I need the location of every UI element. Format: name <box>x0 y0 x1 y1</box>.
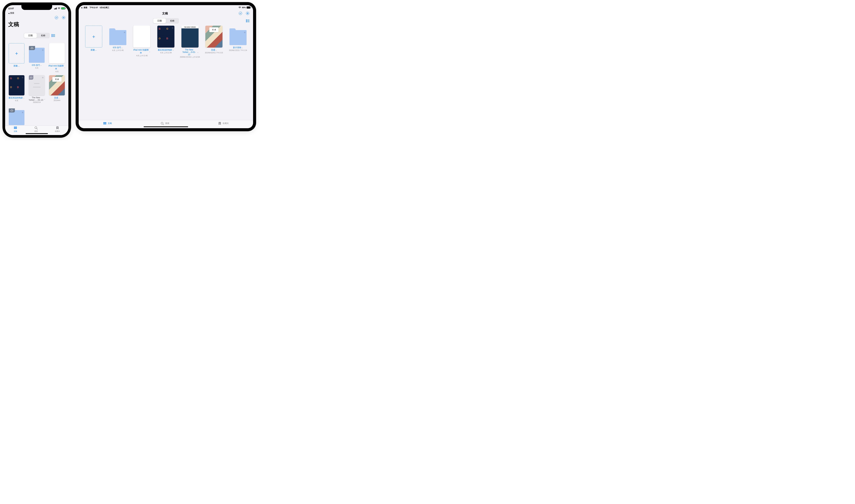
tab-documents[interactable]: 文稿 <box>14 126 17 132</box>
doc-good[interactable]: GOOD ★ 最近阅读的电影⌄ 今天 上午11:44 <box>155 26 177 58</box>
iphone-device: 12:07 搜索 文稿 日期 名称 <box>5 5 68 135</box>
cloud-icon <box>29 46 35 50</box>
doc-folder-clips[interactable]: ★ 影片剪辑⌄ 2019年2月2日 下午1:14 <box>227 26 249 58</box>
doc-notes[interactable]: iPad mini 拍摄脚本⌄ 今天 <box>48 43 66 73</box>
doc-good[interactable]: GOOD ★ 最近阅读的电影⌄ 今天 <box>7 75 26 103</box>
segment-date[interactable]: 日期 <box>153 18 166 23</box>
doc-thumb[interactable] <box>133 26 150 48</box>
plus-icon: ＋ <box>91 33 96 40</box>
new-doc-thumb[interactable]: ＋ <box>85 26 102 48</box>
svg-point-18 <box>246 20 247 20</box>
svg-point-6 <box>52 36 52 37</box>
doc-thumb[interactable]: 灵 感 <box>49 75 65 95</box>
doc-label: iPad mini 拍摄脚本⌄ <box>133 49 150 54</box>
cover-text: 灵 感 <box>209 28 218 32</box>
folder-thumb[interactable]: ★ <box>9 110 24 125</box>
tab-favorites[interactable]: 收藏夹 <box>55 126 60 132</box>
tab-favorites[interactable]: 收藏夹 <box>218 122 229 125</box>
doc-new[interactable]: ＋ 新建… <box>83 26 105 58</box>
doc-inspiration[interactable]: 灵 感 灵感⌄ 2019/4/4 <box>48 75 66 103</box>
doc-thumb[interactable]: THE NEW YORKER <box>181 26 198 48</box>
cover-text: GOOD <box>10 77 23 94</box>
doc-thumb[interactable] <box>49 43 65 64</box>
page-title: 文稿 <box>5 21 68 30</box>
doc-label: 影片剪辑⌄ <box>233 46 243 49</box>
chevron-down-icon: ⌄ <box>23 97 24 99</box>
doc-label: 新建… <box>14 65 20 67</box>
svg-rect-13 <box>16 128 17 129</box>
doc-folder-ios[interactable]: ★ iOS 技巧⌄ 今天 上午11:45 <box>107 26 129 58</box>
chevron-down-icon: ⌄ <box>149 51 150 53</box>
settings-button[interactable] <box>245 11 250 16</box>
doc-subtitle: 今天 上午11:45 <box>112 49 124 52</box>
segment-date[interactable]: 日期 <box>24 33 37 38</box>
doc-label: The New Yorker-…0-01-13⌄ <box>181 49 198 56</box>
page-title: 文稿 <box>94 12 236 15</box>
cover-text: 灵 感 <box>52 77 61 82</box>
cover-text: GOOD <box>159 28 173 46</box>
select-button[interactable] <box>54 15 59 20</box>
doc-thumb[interactable]: GOOD ★ <box>157 26 174 48</box>
status-time: 下午12:07 <box>89 6 98 9</box>
doc-thumb[interactable]: 灵 感 <box>206 26 222 48</box>
doc-subtitle: 今天 <box>15 100 18 102</box>
doc-label: iOS 技巧⌄ <box>32 64 41 67</box>
cloud-icon <box>29 75 33 80</box>
folder-thumb[interactable]: ★ <box>29 48 44 63</box>
wifi-icon <box>238 6 241 8</box>
tab-search[interactable]: 搜索 <box>160 122 169 125</box>
document-grid-scroll[interactable]: ＋ 新建… ★ iOS 技巧⌄ 今天 iPad mini 拍摄脚本⌄ 今天 <box>5 43 68 135</box>
status-time: 12:07 <box>8 7 14 10</box>
svg-rect-29 <box>106 123 106 124</box>
doc-newyorker[interactable]: ★ The New Yorker-…-01-13⌄ 2020/2/14 <box>28 75 46 103</box>
doc-inspiration[interactable]: 灵 感 灵感⌄ 2019年4月4日 下午2:15 <box>203 26 225 58</box>
tab-label: 收藏夹 <box>222 122 229 125</box>
svg-rect-24 <box>104 122 104 123</box>
svg-line-31 <box>163 124 164 125</box>
settings-button[interactable] <box>61 15 66 20</box>
status-date: 5月6日周三 <box>100 6 109 9</box>
doc-label: The New Yorker-…-01-13⌄ <box>28 96 45 101</box>
list-view-toggle[interactable] <box>246 19 250 23</box>
svg-point-1 <box>63 17 64 18</box>
new-doc-thumb[interactable]: ＋ <box>9 43 24 64</box>
folder-thumb[interactable]: ★ <box>109 30 126 45</box>
doc-notes[interactable]: iPad mini 拍摄脚本⌄ 今天 上午11:45 <box>131 26 153 58</box>
wifi-icon <box>58 7 60 10</box>
select-button[interactable] <box>238 11 243 16</box>
chevron-down-icon: ⌄ <box>215 49 217 51</box>
doc-subtitle: 2020年2月15日 上午12:04 <box>180 56 200 58</box>
home-indicator[interactable] <box>26 133 48 134</box>
sort-segmented[interactable]: 日期 名称 <box>24 33 50 38</box>
back-to-app[interactable]: 搜索 <box>5 12 68 15</box>
doc-thumb[interactable]: ★ <box>29 75 44 95</box>
star-icon: ★ <box>21 111 24 114</box>
battery-percent: 90% <box>242 6 246 8</box>
tab-search[interactable]: 搜索 <box>34 126 38 132</box>
sort-segmented[interactable]: 日期 名称 <box>153 18 179 23</box>
document-grid: ＋ 新建… ★ iOS 技巧⌄ 今天 iPad mini 拍摄脚本⌄ 今天 <box>7 43 66 129</box>
segment-name[interactable]: 名称 <box>37 33 49 38</box>
tab-label: 文稿 <box>14 130 17 132</box>
list-view-toggle[interactable] <box>52 29 65 42</box>
battery-icon <box>61 7 65 10</box>
segment-name[interactable]: 名称 <box>166 18 179 23</box>
doc-new[interactable]: ＋ 新建… <box>7 43 26 73</box>
tab-label: 收藏夹 <box>55 130 60 132</box>
folder-thumb[interactable]: ★ <box>230 30 247 45</box>
svg-rect-26 <box>106 122 106 123</box>
svg-point-22 <box>246 22 247 22</box>
home-indicator[interactable] <box>144 126 188 127</box>
sort-subbar: 日期 名称 <box>79 17 253 26</box>
star-icon: ★ <box>244 31 246 34</box>
chevron-down-icon: ⌄ <box>58 97 60 99</box>
back-to-app[interactable] <box>81 6 83 8</box>
document-grid-scroll[interactable]: ＋ 新建… ★ iOS 技巧⌄ 今天 上午11:45 iPad mini 拍摄脚… <box>79 26 253 122</box>
doc-newyorker[interactable]: THE NEW YORKER The New Yorker-…0-01-13⌄ … <box>179 26 201 58</box>
svg-rect-11 <box>14 128 15 129</box>
doc-label: 新建… <box>91 49 97 52</box>
doc-folder-ios[interactable]: ★ iOS 技巧⌄ 今天 <box>28 43 46 73</box>
tab-documents[interactable]: 文稿 <box>103 122 112 125</box>
svg-rect-8 <box>14 127 15 128</box>
doc-thumb[interactable]: GOOD ★ <box>9 75 24 95</box>
